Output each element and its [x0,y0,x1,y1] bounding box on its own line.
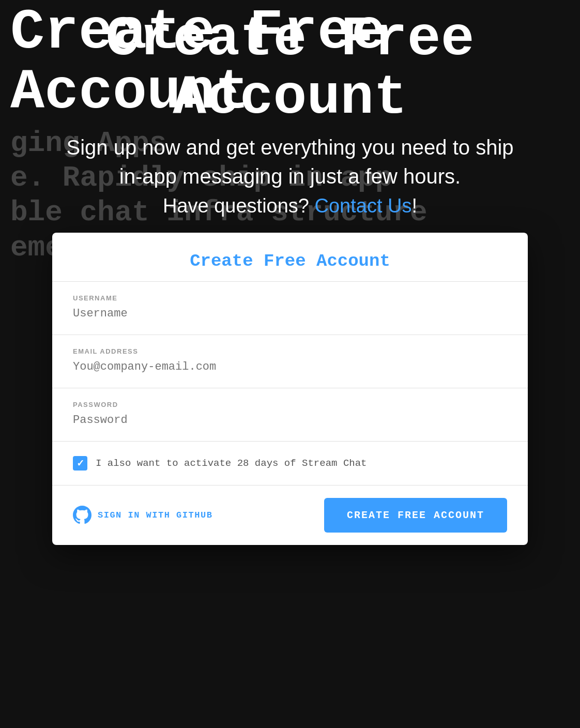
username-field-group: USERNAME [52,281,528,335]
password-input[interactable] [73,414,507,427]
hero-subtext: Sign up now and get everything you need … [57,133,523,191]
hero-contact-prefix: Have questions? [163,195,309,217]
form-header: Create Free Account [52,233,528,281]
email-input[interactable] [73,360,507,373]
stream-chat-checkbox[interactable]: ✓ [73,456,87,471]
form-title: Create Free Account [73,251,507,271]
form-footer: SIGN IN WITH GITHUB CREATE FREE ACCOUNT [52,485,528,545]
hero-contact-link[interactable]: Contact Us [315,195,412,217]
checkbox-label: I also want to activate 28 days of Strea… [96,458,367,469]
page-overlay: Create Free Account Sign up now and get … [0,0,580,545]
email-label: EMAIL ADDRESS [73,347,507,355]
password-label: PASSWORD [73,401,507,408]
github-signin-button[interactable]: SIGN IN WITH GITHUB [73,506,212,524]
username-label: USERNAME [73,294,507,302]
create-account-button[interactable]: CREATE FREE ACCOUNT [324,498,507,533]
username-input[interactable] [73,307,507,320]
email-field-group: EMAIL ADDRESS [52,335,528,388]
github-signin-label: SIGN IN WITH GITHUB [98,510,212,520]
hero-contact-line: Have questions? Contact Us! [163,195,417,217]
password-field-group: PASSWORD [52,388,528,441]
github-icon [73,506,91,524]
hero-contact-suffix: ! [412,195,418,217]
checkbox-row: ✓ I also want to activate 28 days of Str… [52,441,528,485]
form-card: Create Free Account USERNAME EMAIL ADDRE… [52,233,528,545]
hero-heading: Create Free Account [0,10,580,128]
checkmark-icon: ✓ [77,458,84,469]
